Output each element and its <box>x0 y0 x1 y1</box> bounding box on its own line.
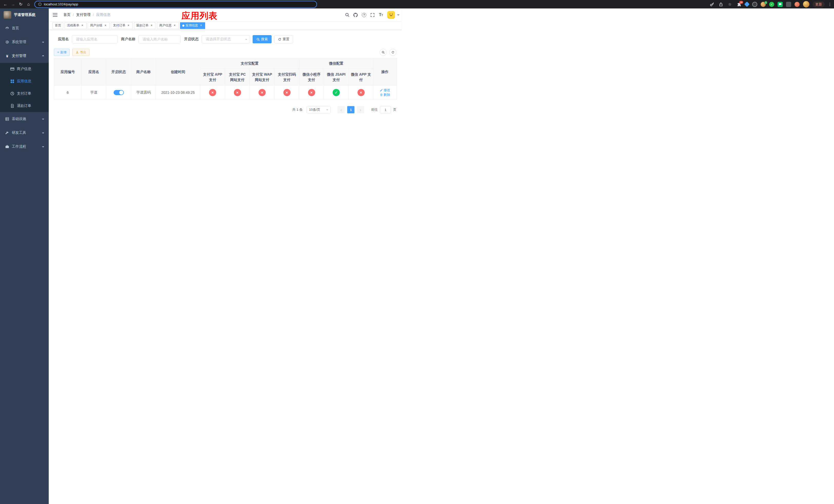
reset-button-label: 重置 <box>283 37 289 42</box>
export-button[interactable]: 导出 <box>72 49 89 56</box>
status-select[interactable]: 请选择开启状态 <box>202 35 250 43</box>
credit-card-icon <box>10 67 14 71</box>
extensions-puzzle-icon[interactable]: 10 <box>736 2 742 7</box>
tab-process-form[interactable]: 流程表单 × <box>65 22 86 29</box>
sidebar-item-merchant-info[interactable]: 商户信息 <box>0 63 49 75</box>
page-number-button[interactable]: 1 <box>347 106 354 113</box>
tags-view: 首页 流程表单 × 用户分组 × 支付订单 × 退款订单 × 商户信息 × <box>49 21 402 30</box>
add-button[interactable]: + 新增 <box>54 49 70 56</box>
browser-reload-icon[interactable]: ↻ <box>17 1 25 8</box>
chevron-down-icon <box>42 133 44 135</box>
extension-icon-diamond[interactable] <box>744 2 750 7</box>
tab-refund-orders[interactable]: 退款订单 × <box>134 22 156 29</box>
user-avatar[interactable] <box>387 11 395 19</box>
app-name-input[interactable] <box>72 35 117 43</box>
status-select-placeholder: 请选择开启状态 <box>206 37 231 42</box>
url-bar[interactable]: localhost:1024/pay/app <box>35 1 317 8</box>
sidebar-item-label: 支付管理 <box>12 53 26 58</box>
tab-close-icon[interactable]: × <box>173 24 176 27</box>
bookmark-star-icon[interactable]: ☆ <box>727 2 733 7</box>
app-title: 芋道管理系统 <box>14 13 36 17</box>
font-size-icon[interactable]: TT <box>377 8 385 21</box>
tab-pay-orders[interactable]: 支付订单 × <box>111 22 133 29</box>
delete-link[interactable]: 删除 <box>380 93 390 97</box>
extension-icon-green-check[interactable]: ✓ <box>769 2 774 7</box>
extension-icon-avatar[interactable]: 1 <box>761 2 766 7</box>
search-button[interactable]: 搜索 <box>253 35 271 43</box>
extension-icon-pin[interactable] <box>786 2 791 7</box>
tab-close-icon[interactable]: × <box>127 24 130 27</box>
sidebar-item-pay-orders[interactable]: 支付订单 <box>0 87 49 100</box>
tab-merchant-info[interactable]: 商户信息 × <box>157 22 179 29</box>
extension-icon-face[interactable] <box>794 2 799 7</box>
sidebar-toggle-icon[interactable] <box>52 8 58 21</box>
grid-icon <box>10 79 14 83</box>
github-icon[interactable] <box>351 8 360 21</box>
tab-home[interactable]: 首页 <box>52 22 63 29</box>
tab-app-info[interactable]: 应用信息 × <box>180 22 205 29</box>
browser-menu-icon[interactable]: ⋮ <box>828 2 832 7</box>
tab-user-group[interactable]: 用户分组 × <box>88 22 110 29</box>
caret-down-icon[interactable] <box>397 14 399 17</box>
payment-submenu: 商户信息 应用信息 支付订单 <box>0 63 49 112</box>
fullscreen-icon[interactable] <box>368 8 377 21</box>
sidebar-item-home[interactable]: 首页 <box>0 21 49 35</box>
next-page-button[interactable]: › <box>357 106 364 113</box>
toggle-search-button[interactable] <box>379 49 387 56</box>
sidebar-item-label: 商户信息 <box>17 67 31 71</box>
sidebar-item-refund-orders[interactable]: 退款订单 <box>0 100 49 112</box>
navbar-right-icons: ? TT <box>343 8 402 21</box>
site-info-icon[interactable] <box>38 2 42 6</box>
page-content: 应用名 商户名称 开启状态 请选择开启状态 搜索 <box>49 30 402 118</box>
sidebar-item-label: 支付订单 <box>17 91 31 96</box>
browser-home-icon[interactable]: ⌂ <box>25 1 32 8</box>
app-logo[interactable]: 芋道管理系统 <box>0 8 49 21</box>
breadcrumb-home[interactable]: 首页 <box>63 13 70 17</box>
cell-wechat-mini: × <box>299 86 324 99</box>
sidebar-item-dev-tools[interactable]: 研发工具 <box>0 126 49 140</box>
page-size-select[interactable]: 10条/页 <box>307 106 331 113</box>
sidebar-item-infrastructure[interactable]: 基础设施 <box>0 112 49 126</box>
reset-button[interactable]: 重置 <box>274 35 293 43</box>
breadcrumb-payment[interactable]: 支付管理 <box>76 13 90 17</box>
password-key-icon[interactable] <box>709 2 715 7</box>
browser-update-button[interactable]: 更新 <box>813 1 825 7</box>
chevron-down-icon <box>42 146 44 148</box>
tab-label: 用户分组 <box>90 23 102 28</box>
sidebar-item-payment[interactable]: ¥ 支付管理 <box>0 49 49 63</box>
export-button-label: 导出 <box>80 50 86 54</box>
tab-close-icon[interactable]: × <box>104 24 107 27</box>
extensions-count-badge: 10 <box>739 1 743 4</box>
extension-icon-dark-circle[interactable] <box>752 2 757 7</box>
app-name-label: 应用名 <box>58 37 72 42</box>
prev-page-button[interactable]: ‹ <box>337 106 345 113</box>
cell-alipay-qr: × <box>275 86 299 99</box>
merchant-name-input[interactable] <box>138 35 180 43</box>
tab-label: 商户信息 <box>159 23 172 28</box>
sidebar-item-workflow[interactable]: 工作流程 <box>0 140 49 154</box>
browser-back-icon[interactable]: ← <box>2 1 9 8</box>
dashboard-icon <box>5 26 9 30</box>
sidebar-item-system[interactable]: 系统管理 <box>0 35 49 49</box>
refresh-button[interactable] <box>389 49 396 56</box>
breadcrumb: 首页 / 支付管理 / 应用信息 <box>63 13 111 17</box>
browser-forward-icon[interactable]: → <box>9 1 17 8</box>
search-icon[interactable] <box>343 8 351 21</box>
browser-profile-avatar[interactable] <box>803 1 809 7</box>
share-icon[interactable] <box>718 2 724 7</box>
sidebar-item-label: 工作流程 <box>12 144 26 149</box>
tab-close-icon[interactable]: × <box>199 24 203 27</box>
sidebar-item-app-info[interactable]: 应用信息 <box>0 75 49 87</box>
extension-icon-chat[interactable] <box>777 2 783 7</box>
help-icon[interactable]: ? <box>360 8 368 21</box>
chevron-down-icon <box>326 110 328 112</box>
tab-close-icon[interactable]: × <box>81 24 84 27</box>
goto-page-input[interactable] <box>380 106 391 113</box>
filter-form: 应用名 商户名称 开启状态 请选择开启状态 搜索 <box>54 35 396 43</box>
column-header-wechat-app: 微信 APP 支付 <box>349 69 373 86</box>
status-toggle[interactable] <box>114 90 124 95</box>
tab-close-icon[interactable]: × <box>150 24 153 27</box>
column-header-alipay-qr: 支付宝扫码支付 <box>275 69 299 86</box>
add-button-label: 新增 <box>60 50 66 54</box>
edit-link[interactable]: 修改 <box>380 88 390 93</box>
